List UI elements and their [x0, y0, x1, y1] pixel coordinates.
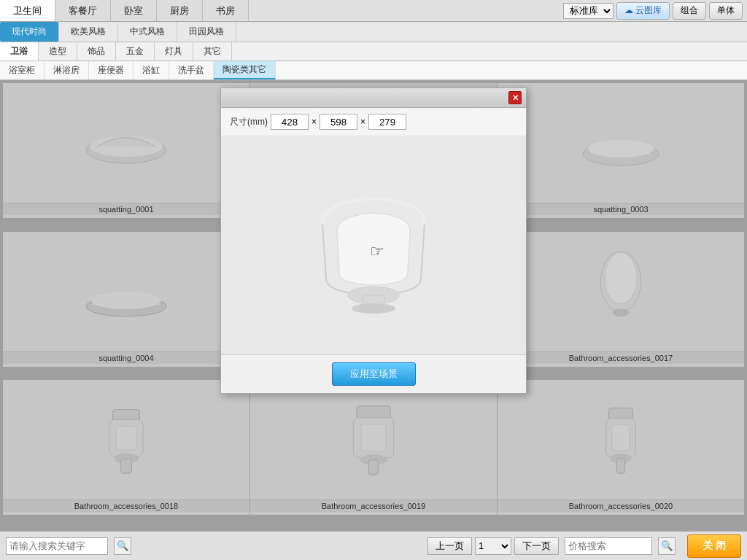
sub-tab-bathtub[interactable]: 浴缸 — [133, 61, 169, 79]
tab-shufang[interactable]: 书房 — [203, 0, 249, 21]
price-search-input[interactable] — [565, 537, 652, 555]
svg-text:☞: ☞ — [370, 242, 384, 260]
sub-tabs-bar: 浴室柜 淋浴房 座便器 浴缸 洗手盆 陶瓷类其它 — [0, 61, 747, 80]
modal-titlebar: ✕ — [221, 88, 526, 108]
category-tabs-bar: 卫浴 造型 饰品 五金 灯具 其它 — [0, 42, 747, 61]
prev-page-btn[interactable]: 上一页 — [427, 537, 472, 555]
cat-tab-bathroom[interactable]: 卫浴 — [0, 42, 39, 61]
page-select[interactable]: 1 — [475, 537, 511, 555]
modal-overlay: ✕ 尺寸(mm) × × — [0, 80, 747, 531]
svg-point-26 — [352, 303, 395, 314]
combine-btn[interactable]: 组合 — [673, 2, 706, 20]
sub-tab-cabinet[interactable]: 浴室柜 — [0, 61, 44, 79]
dim-y-input[interactable] — [320, 114, 357, 130]
db-select[interactable]: 标准库 — [563, 3, 614, 19]
modal-close-btn[interactable]: ✕ — [508, 91, 522, 104]
style-tab-modern[interactable]: 现代时尚 — [0, 22, 59, 42]
top-nav-right: 标准库 ☁ 云图库 组合 单体 — [563, 0, 747, 21]
preview-svg: ☞ — [279, 166, 468, 326]
sub-tab-shower[interactable]: 淋浴房 — [44, 61, 89, 79]
dim-sep2: × — [360, 117, 365, 127]
tab-chufang[interactable]: 厨房 — [157, 0, 203, 21]
next-page-btn[interactable]: 下一页 — [514, 537, 559, 555]
cat-tab-other[interactable]: 其它 — [193, 42, 232, 61]
dim-x-input[interactable] — [271, 114, 309, 130]
tab-woshi[interactable]: 卧室 — [111, 0, 157, 21]
sub-tab-ceramic-other[interactable]: 陶瓷类其它 — [214, 61, 276, 79]
close-button[interactable]: 关 闭 — [687, 534, 741, 558]
dim-z-input[interactable] — [368, 114, 406, 130]
dimension-modal: ✕ 尺寸(mm) × × — [220, 88, 527, 394]
tab-weishengjian[interactable]: 卫生间 — [0, 0, 55, 21]
search-icon-price: 🔍 — [661, 540, 673, 551]
style-tab-european[interactable]: 欧美风格 — [59, 22, 118, 42]
cat-tab-modeling[interactable]: 造型 — [39, 42, 77, 61]
bottom-bar: 🔍 上一页 1 下一页 🔍 关 闭 — [0, 531, 747, 560]
top-nav-bar: 卫生间 客餐厅 卧室 厨房 书房 标准库 ☁ 云图库 组合 单体 — [0, 0, 747, 22]
style-tab-chinese[interactable]: 中式风格 — [118, 22, 177, 42]
search-icon: 🔍 — [117, 540, 129, 551]
single-btn[interactable]: 单体 — [709, 2, 743, 20]
apply-to-scene-btn[interactable]: 应用至场景 — [332, 362, 416, 386]
sub-tab-washbasin[interactable]: 洗手盆 — [169, 61, 214, 79]
page-navigation: 上一页 1 下一页 — [427, 537, 559, 555]
modal-dimensions-row: 尺寸(mm) × × — [221, 108, 526, 136]
price-search-button[interactable]: 🔍 — [658, 537, 676, 555]
modal-footer: 应用至场景 — [221, 355, 526, 393]
search-button[interactable]: 🔍 — [114, 537, 131, 555]
cat-tab-hardware[interactable]: 五金 — [116, 42, 155, 61]
style-tabs-bar: 现代时尚 欧美风格 中式风格 田园风格 — [0, 22, 747, 42]
search-input[interactable] — [6, 537, 108, 555]
tab-kecanting[interactable]: 客餐厅 — [55, 0, 111, 21]
cat-tab-lighting[interactable]: 灯具 — [155, 42, 193, 61]
modal-preview-area: ☞ — [221, 136, 526, 355]
cloud-library-btn[interactable]: ☁ 云图库 — [616, 2, 670, 20]
style-tab-pastoral[interactable]: 田园风格 — [177, 22, 236, 42]
dim-sep1: × — [311, 117, 317, 127]
cat-tab-decoration[interactable]: 饰品 — [77, 42, 116, 61]
main-content-area: squatting_0001 squatting_0003 — [0, 80, 747, 531]
dimension-label: 尺寸(mm) — [230, 116, 268, 128]
sub-tab-toilet[interactable]: 座便器 — [89, 61, 133, 79]
